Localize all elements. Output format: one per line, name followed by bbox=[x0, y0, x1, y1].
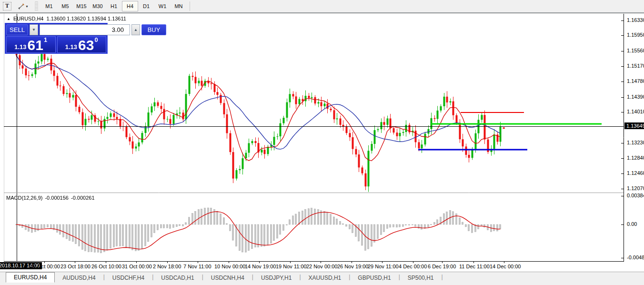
time-tick-label: 26 Nov 19:00 bbox=[337, 264, 368, 269]
time-tick-mark bbox=[259, 262, 260, 263]
tab-eurusd-h4[interactable]: EURUSD,H4 bbox=[6, 272, 55, 283]
tab-sp500-h1[interactable]: SP500,H1 bbox=[400, 273, 442, 283]
time-tick-label: 14 Nov 19:00 bbox=[245, 264, 276, 269]
toolbar-separator bbox=[190, 1, 190, 11]
sell-price-panel[interactable]: 1.13 61 1 bbox=[6, 36, 56, 53]
chart-symbol-period: EURUSD,H4 bbox=[13, 16, 44, 21]
time-tick-mark bbox=[198, 262, 198, 263]
tab-xauusd-h1[interactable]: XAUUSD,H1 bbox=[301, 273, 349, 283]
chart-window: ▲ EURUSD,H4 1.13600 1.13620 1.13594 1.13… bbox=[0, 13, 644, 272]
time-tick-mark bbox=[106, 262, 106, 263]
tab-usdchf-h4[interactable]: USDCHF,H4 bbox=[105, 273, 152, 283]
timeframe-m15[interactable]: M15 bbox=[73, 1, 90, 11]
price-axis[interactable]: 1.13649 1.163301.159501.155601.151701.14… bbox=[624, 14, 644, 262]
time-tick-label: 19 Oct 00:00 bbox=[30, 264, 60, 269]
price-tick-label: 1.14010 bbox=[627, 109, 644, 114]
tab-audusd-h4[interactable]: AUDUSD,H4 bbox=[55, 273, 103, 283]
time-tick-mark bbox=[352, 262, 352, 263]
time-tick-mark bbox=[136, 262, 137, 263]
time-tick-mark bbox=[473, 262, 474, 263]
macd-tick-label: -0.004856 bbox=[627, 254, 644, 260]
arrows-tool-button[interactable]: ▾ bbox=[15, 1, 31, 11]
tab-usdcad-h1[interactable]: USDCAD,H1 bbox=[153, 273, 201, 283]
time-tick-mark bbox=[167, 262, 168, 263]
price-tick-label: 1.15560 bbox=[627, 48, 644, 53]
buy-price-panel[interactable]: 1.13 63 0 bbox=[57, 36, 107, 53]
price-tick-label: 1.13230 bbox=[627, 140, 644, 145]
time-tick-mark bbox=[382, 262, 382, 263]
chart-ohlc-values: 1.13600 1.13620 1.13594 1.13611 bbox=[47, 16, 126, 21]
buy-price-sup: 0 bbox=[94, 37, 98, 43]
top-toolbar: T ▾ M1 M5 M15 M30 H1 H4 D1 W1 MN bbox=[0, 0, 644, 13]
timeframe-m5[interactable]: M5 bbox=[57, 1, 73, 11]
time-tick-label: 31 Oct 00:00 bbox=[122, 264, 152, 269]
time-tick-label: 7 Nov 11:00 bbox=[183, 264, 211, 269]
price-tick-label: 1.15170 bbox=[627, 63, 644, 69]
time-tick-label: 26 Oct 10:00 bbox=[91, 264, 121, 269]
time-tick-label: 29 Nov 11:00 bbox=[368, 264, 399, 269]
text-tool-icon: T bbox=[3, 2, 11, 10]
time-tick-mark bbox=[75, 262, 75, 263]
time-tick-label: 6 Dec 19:00 bbox=[428, 264, 456, 269]
price-tick-label: 1.12840 bbox=[627, 155, 644, 161]
timeframe-mn[interactable]: MN bbox=[171, 1, 187, 11]
collapse-triangle-icon[interactable]: ▲ bbox=[7, 17, 10, 21]
arrows-icon bbox=[18, 3, 25, 10]
timeframe-m1[interactable]: M1 bbox=[41, 1, 57, 11]
symbol-tab-bar: EURUSD,H4 AUDUSD,H4 | USDCHF,H4 | USDCAD… bbox=[0, 272, 644, 285]
timeframe-m30[interactable]: M30 bbox=[90, 1, 106, 11]
price-tick-label: 1.12460 bbox=[627, 170, 644, 176]
price-tick-label: 1.14780 bbox=[627, 78, 644, 84]
time-tick-mark bbox=[44, 262, 45, 263]
chart-title: ▲ EURUSD,H4 1.13600 1.13620 1.13594 1.13… bbox=[7, 16, 126, 21]
buy-price-big: 63 bbox=[78, 39, 94, 51]
macd-tick-label: 0.00 bbox=[627, 221, 637, 227]
toolbar-grip[interactable] bbox=[35, 1, 38, 11]
time-tick-mark bbox=[229, 262, 229, 263]
macd-signal-value: -0.000261 bbox=[71, 195, 95, 201]
volume-increase-button[interactable]: ▲ bbox=[131, 24, 140, 35]
tab-separator: | bbox=[442, 274, 443, 280]
one-click-trade-panel: SELL ▼ ▲ BUY 1.13 61 1 1.13 63 0 bbox=[5, 23, 108, 54]
price-tick-label: 1.12070 bbox=[627, 185, 644, 191]
time-tick-mark bbox=[504, 262, 504, 263]
price-tick-label: 1.16330 bbox=[627, 17, 644, 23]
macd-indicator-label: MACD(12,26,9) -0.000156 -0.000261 bbox=[6, 195, 95, 201]
sell-button[interactable]: SELL bbox=[6, 24, 28, 35]
time-axis[interactable]: 2018.10.17 14:00 19 Oct 00:0023 Oct 18:0… bbox=[0, 262, 624, 272]
time-tick-label: 4 Dec 00:00 bbox=[399, 264, 427, 269]
time-tick-mark bbox=[290, 262, 291, 263]
time-tick-label: 14 Dec 00:00 bbox=[490, 264, 521, 269]
current-price-label: 1.13649 bbox=[624, 122, 644, 129]
chevron-down-icon: ▾ bbox=[26, 4, 28, 9]
timeframe-h4[interactable]: H4 bbox=[122, 1, 138, 11]
timeframe-h1[interactable]: H1 bbox=[106, 1, 122, 11]
time-tick-mark bbox=[413, 262, 413, 263]
time-tick-mark bbox=[442, 262, 443, 263]
price-tick-label: 1.15950 bbox=[627, 32, 644, 38]
buy-button[interactable]: BUY bbox=[141, 24, 166, 35]
volume-decrease-button[interactable]: ▼ bbox=[30, 24, 38, 35]
time-tick-mark bbox=[321, 262, 321, 263]
tab-gbpusd-h1[interactable]: GBPUSD,H1 bbox=[350, 273, 398, 283]
sell-price-big: 61 bbox=[28, 39, 43, 51]
time-tick-label: 23 Oct 18:00 bbox=[60, 264, 91, 269]
timeframe-w1[interactable]: W1 bbox=[154, 1, 171, 11]
sell-price-sup: 1 bbox=[44, 37, 47, 43]
buy-price-prefix: 1.13 bbox=[65, 44, 77, 51]
sell-price-prefix: 1.13 bbox=[14, 44, 26, 51]
time-tick-label: 11 Dec 11:00 bbox=[459, 264, 490, 269]
time-tick-label: 10 Nov 00:00 bbox=[214, 264, 245, 269]
macd-name: MACD(12,26,9) bbox=[6, 195, 42, 201]
macd-main-value: -0.000156 bbox=[45, 195, 69, 201]
price-tick-label: 1.14390 bbox=[627, 94, 644, 100]
time-tick-label: 19 Nov 11:00 bbox=[276, 264, 307, 269]
text-tool-button[interactable]: T bbox=[1, 1, 13, 11]
volume-input[interactable] bbox=[40, 24, 130, 35]
macd-tick-label: 0.003847 bbox=[627, 193, 644, 198]
time-tick-label: 22 Nov 00:00 bbox=[306, 264, 337, 269]
time-tick-label: 2 Nov 18:00 bbox=[153, 264, 181, 269]
tab-usdjpy-h1[interactable]: USDJPY,H1 bbox=[253, 273, 299, 283]
tab-usdcnh-h4[interactable]: USDCNH,H4 bbox=[203, 273, 252, 283]
timeframe-d1[interactable]: D1 bbox=[138, 1, 154, 11]
